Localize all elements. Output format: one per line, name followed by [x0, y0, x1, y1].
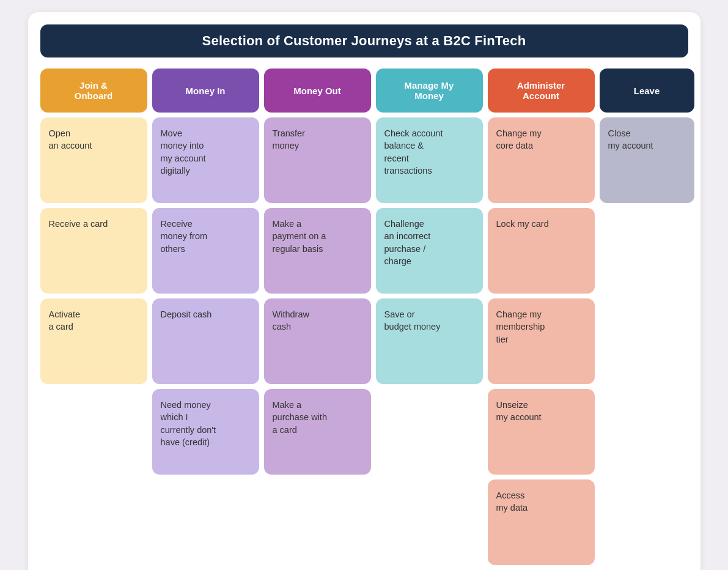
title-bar: Selection of Customer Journeys at a B2C … — [40, 24, 688, 57]
cell-row1-col4: Check account balance & recent transacti… — [376, 117, 483, 203]
header-join: Join & Onboard — [40, 68, 147, 113]
cell-row4-col4 — [376, 389, 483, 475]
cell-row5-col3 — [264, 479, 371, 565]
cell-row2-col4: Challenge an incorrect purchase / charge — [376, 208, 483, 294]
journey-grid: Join & OnboardMoney InMoney OutManage My… — [40, 68, 688, 565]
cell-row1-col1: Open an account — [40, 117, 147, 203]
header-moneyout: Money Out — [264, 68, 371, 113]
cell-row5-col2 — [152, 479, 259, 565]
cell-row2-col3: Make a payment on a regular basis — [264, 208, 371, 294]
page-title: Selection of Customer Journeys at a B2C … — [53, 33, 676, 49]
cell-row3-col1: Activate a card — [40, 298, 147, 384]
cell-row4-col5: Unseize my account — [488, 389, 595, 475]
cell-row4-col1 — [40, 389, 147, 475]
header-moneyin: Money In — [152, 68, 259, 113]
cell-row3-col4: Save or budget money — [376, 298, 483, 384]
main-container: Selection of Customer Journeys at a B2C … — [28, 12, 700, 570]
cell-row2-col1: Receive a card — [40, 208, 147, 294]
cell-row4-col2: Need money which I currently don't have … — [152, 389, 259, 475]
cell-row5-col1 — [40, 479, 147, 565]
cell-row3-col5: Change my membership tier — [488, 298, 595, 384]
cell-row1-col3: Transfer money — [264, 117, 371, 203]
cell-row5-col5: Access my data — [488, 479, 595, 565]
cell-row3-col3: Withdraw cash — [264, 298, 371, 384]
cell-row4-col3: Make a purchase with a card — [264, 389, 371, 475]
cell-row2-col5: Lock my card — [488, 208, 595, 294]
header-admin: Administer Account — [488, 68, 595, 113]
cell-row2-col2: Receive money from others — [152, 208, 259, 294]
cell-row3-col6 — [600, 298, 694, 384]
cell-row1-col6: Close my account — [600, 117, 694, 203]
header-leave: Leave — [600, 68, 694, 113]
cell-row1-col2: Move money into my account digitally — [152, 117, 259, 203]
cell-row3-col2: Deposit cash — [152, 298, 259, 384]
cell-row5-col4 — [376, 479, 483, 565]
cell-row2-col6 — [600, 208, 694, 294]
header-manage: Manage My Money — [376, 68, 483, 113]
cell-row5-col6 — [600, 479, 694, 565]
cell-row1-col5: Change my core data — [488, 117, 595, 203]
cell-row4-col6 — [600, 389, 694, 475]
